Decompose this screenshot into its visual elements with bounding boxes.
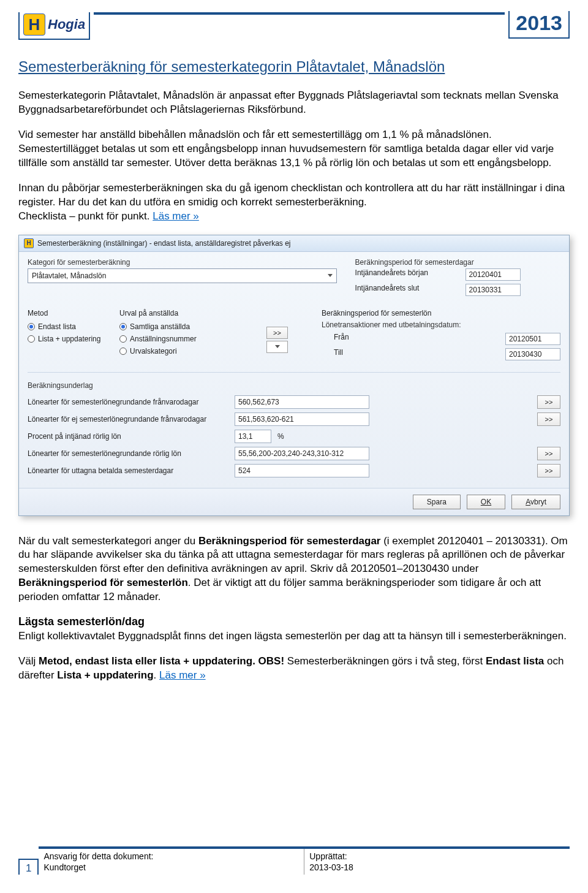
kategori-label: Kategori för semesterberäkning [28, 258, 337, 267]
underlag-field-3[interactable]: 55,56,200-203,240-243,310-312 [235, 447, 369, 460]
radio-icon [119, 323, 127, 330]
page-title: Semesterberäkning för semesterkategorin … [18, 58, 570, 75]
page-number: 1 [18, 859, 39, 875]
underlag-field-0[interactable]: 560,562,673 [235, 395, 369, 409]
chevron-down-icon [328, 274, 333, 277]
spara-button[interactable]: Spara [413, 495, 461, 509]
underlag-field-4[interactable]: 524 [235, 464, 369, 477]
section-heading: Lägsta semesterlön/dag [18, 615, 570, 628]
radio-anstallningsnummer[interactable]: Anställningsnummer [119, 333, 254, 345]
underlag-label: Beräkningsunderlag [28, 381, 560, 390]
year-badge: 2013 [508, 11, 570, 39]
radio-endast-lista[interactable]: Endast lista [28, 321, 107, 333]
brand-logo: H Hogia [18, 12, 90, 40]
brand-name: Hogia [48, 17, 85, 32]
berper-lon-label: Beräkningsperiod för semesterlön [322, 309, 560, 317]
radio-icon [119, 348, 127, 355]
percent-label: % [277, 432, 284, 441]
fran-label: Från [322, 333, 358, 345]
radio-lista-uppdatering[interactable]: Lista + uppdatering [28, 333, 107, 345]
divider [28, 372, 560, 373]
underlag-row: Lönearter för semesterlönegrundande rörl… [28, 445, 560, 462]
intro-para-2: Vid semester har anställd bibehållen mån… [18, 128, 570, 170]
footer-right-value: 2013-03-18 [309, 862, 353, 872]
underlag-field-1[interactable]: 561,563,620-621 [235, 412, 369, 426]
radio-urvalskategori[interactable]: Urvalskategori [119, 345, 254, 357]
page-footer: 1 Ansvarig för detta dokument: Kundtorge… [18, 846, 570, 875]
intro-para-3: Innan du påbörjar semesterberäkningen sk… [18, 181, 570, 224]
after-para-2: Enligt kollektivavtalet Byggnadsplåt fin… [18, 629, 570, 644]
urval-label: Urval på anställda [119, 309, 254, 317]
ok-button[interactable]: OK [467, 495, 505, 509]
header-rule [94, 12, 505, 15]
intj-slut-label: Intjänandeårets slut [355, 284, 447, 296]
after-para-1: När du valt semesterkategori anger du Be… [18, 534, 570, 605]
footer-left-label: Ansvarig för detta dokument: [43, 851, 153, 861]
picker-button[interactable]: >> [537, 412, 560, 426]
app-window: H Semesterberäkning (inställningar) - en… [18, 235, 570, 516]
avbryt-button[interactable]: Avbryt [511, 495, 560, 509]
chevron-down-icon [275, 345, 280, 348]
underlag-field-2[interactable]: 13,1 [235, 430, 271, 443]
lonetrans-label: Lönetransaktioner med utbetalningsdatum: [322, 321, 560, 329]
metod-label: Metod [28, 309, 107, 317]
urval-range-button[interactable]: >> [266, 327, 288, 339]
underlag-row: Lönearter för uttagna betalda semesterda… [28, 462, 560, 479]
window-titlebar: H Semesterberäkning (inställningar) - en… [19, 235, 569, 252]
underlag-row: Procent på intjänad rörlig lön 13,1 % [28, 428, 560, 445]
intj-borjan-label: Intjänandeårets början [355, 268, 447, 281]
picker-button[interactable]: >> [537, 447, 560, 460]
read-more-link-1[interactable]: Läs mer » [153, 210, 199, 222]
avbryt-rest: vbryt [530, 498, 546, 506]
read-more-link-2[interactable]: Läs mer » [159, 669, 206, 681]
logo-h-icon: H [23, 13, 45, 36]
till-field[interactable]: 20130430 [505, 348, 560, 360]
picker-button[interactable]: >> [537, 464, 560, 477]
footer-left-value: Kundtorget [43, 862, 86, 872]
underlag-row: Lönearter för ej semesterlönegrundande f… [28, 411, 560, 428]
berper-dagar-label: Beräkningsperiod för semesterdagar [355, 258, 560, 267]
urval-dropdown[interactable] [266, 341, 288, 353]
after-para-3: Välj Metod, endast lista eller lista + u… [18, 655, 570, 683]
underlag-row: Lönearter för semesterlönegrundande från… [28, 393, 560, 411]
kategori-value: Plåtavtalet, Månadslön [32, 272, 106, 280]
intj-slut-field[interactable]: 20130331 [466, 284, 521, 296]
radio-samtliga[interactable]: Samtliga anställda [119, 321, 254, 333]
fran-field[interactable]: 20120501 [505, 333, 560, 345]
app-h-icon: H [24, 238, 34, 248]
radio-icon [28, 323, 35, 330]
radio-icon [119, 335, 127, 343]
window-title: Semesterberäkning (inställningar) - enda… [37, 239, 291, 248]
till-label: Till [322, 348, 358, 360]
kategori-select[interactable]: Plåtavtalet, Månadslön [28, 268, 337, 283]
intro-para-1: Semesterkategorin Plåtavtalet, Månadslön… [18, 89, 570, 117]
radio-icon [28, 335, 35, 343]
footer-right-label: Upprättat: [309, 851, 347, 861]
picker-button[interactable]: >> [537, 395, 560, 409]
intj-borjan-field[interactable]: 20120401 [466, 268, 521, 281]
